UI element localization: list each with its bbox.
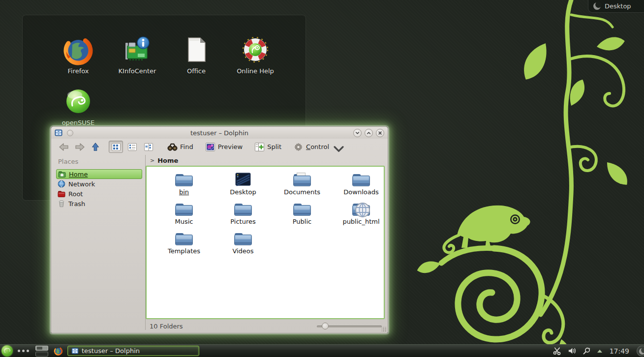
volume-speaker-icon[interactable]: [568, 347, 576, 355]
breadcrumb: > Home: [146, 155, 388, 166]
folder-item-videos[interactable]: Videos: [215, 231, 271, 260]
control-button[interactable]: Control: [293, 141, 344, 153]
virtual-desktop-pager[interactable]: [35, 346, 48, 357]
kickoff-launcher-button[interactable]: [1, 345, 13, 357]
folder-item-public-html[interactable]: public_html: [334, 201, 385, 231]
find-button[interactable]: Find: [167, 143, 193, 151]
lifebuoy-icon: [240, 34, 271, 65]
split-button[interactable]: Split: [254, 143, 281, 151]
dolphin-window: testuser – Dolphin Find Preview Split: [51, 126, 388, 333]
main-toolbar: Find Preview Split Control: [51, 139, 388, 155]
place-item-home[interactable]: Home: [56, 169, 142, 179]
chevron-up-icon: [367, 131, 371, 135]
panel-cashew-button[interactable]: [637, 346, 644, 357]
split-icon: [254, 143, 265, 151]
folder-view[interactable]: bin Desktop Documents Downloads Music: [146, 166, 385, 319]
documents-folder-icon: [293, 172, 311, 187]
window-title: testuser – Dolphin: [51, 129, 388, 137]
home-folder-icon: [58, 170, 66, 178]
zoom-slider[interactable]: [317, 323, 382, 329]
forward-button[interactable]: [73, 141, 86, 153]
back-button[interactable]: [58, 141, 70, 153]
gear-icon: [293, 143, 304, 151]
place-label: Home: [69, 171, 88, 178]
zoom-slider-handle[interactable]: [322, 323, 329, 329]
desktop-icon-online-help[interactable]: Online Help: [228, 34, 282, 75]
place-item-network[interactable]: Network: [56, 179, 142, 189]
place-label: Network: [68, 180, 95, 188]
cashew-icon: [593, 2, 601, 10]
view-mode-group: [109, 141, 155, 153]
up-button[interactable]: [89, 141, 102, 153]
clock[interactable]: 17:49: [610, 347, 629, 355]
globe-emblem-icon: [353, 202, 372, 218]
control-label: Control: [306, 143, 329, 150]
details-view-button[interactable]: [125, 141, 139, 153]
pager-desktop-1[interactable]: [35, 346, 48, 351]
klipper-scissors-icon[interactable]: [553, 347, 561, 355]
task-button-dolphin[interactable]: testuser – Dolphin: [67, 346, 199, 356]
status-summary: 10 Folders: [150, 323, 183, 330]
folder-icon: [234, 201, 252, 217]
desktop-icon-label: openSUSE: [51, 119, 105, 126]
columns-view-icon: [144, 143, 153, 151]
desktop-icon-firefox[interactable]: Firefox: [51, 34, 105, 75]
minimize-button[interactable]: [353, 129, 362, 137]
place-item-root[interactable]: Root: [56, 189, 142, 199]
folder-label: Desktop: [230, 188, 256, 196]
folder-icon: [234, 231, 252, 246]
resize-grip[interactable]: [382, 327, 387, 332]
folder-label: Music: [175, 218, 193, 225]
chevron-down-icon: [334, 145, 344, 153]
maximize-button[interactable]: [365, 129, 373, 137]
window-menu-button[interactable]: [67, 130, 73, 136]
place-item-trash[interactable]: Trash: [56, 199, 142, 208]
desktop-icon-opensuse[interactable]: openSUSE: [51, 86, 105, 126]
window-content: Places Home Network Root Trash > Home: [51, 155, 388, 333]
device-notifier-icon[interactable]: [583, 347, 591, 355]
folder-item-public[interactable]: Public: [275, 201, 330, 231]
desktop-toolbox[interactable]: Desktop: [588, 0, 644, 13]
close-button[interactable]: [376, 129, 384, 137]
place-label: Root: [68, 190, 83, 198]
preview-label: Preview: [218, 143, 243, 150]
desktop-icon-label: Online Help: [228, 67, 282, 75]
folder-item-pictures[interactable]: Pictures: [215, 201, 271, 231]
desktop-icon-office[interactable]: Office: [169, 34, 223, 75]
tray-expand-arrow-icon[interactable]: [597, 350, 602, 353]
desktop-icon-kinfocenter[interactable]: KInfoCenter: [110, 34, 164, 75]
folder-icon: [293, 201, 311, 217]
folder-item-templates[interactable]: Templates: [156, 231, 212, 260]
titlebar[interactable]: testuser – Dolphin: [51, 127, 388, 139]
icons-view-icon: [112, 143, 121, 151]
firefox-launcher-icon[interactable]: [54, 346, 63, 356]
columns-view-button[interactable]: [141, 141, 155, 153]
folder-icon: [175, 231, 193, 246]
chevron-down-icon: [355, 131, 360, 135]
arrow-up-icon: [90, 142, 101, 152]
folder-item-desktop[interactable]: Desktop: [215, 172, 271, 201]
folder-item-bin[interactable]: bin: [156, 172, 212, 201]
folder-label: Pictures: [230, 218, 255, 225]
pager-desktop-2[interactable]: [35, 352, 48, 357]
split-label: Split: [267, 143, 281, 150]
binoculars-icon: [167, 143, 178, 151]
arrow-right-icon: [74, 142, 85, 152]
icons-view-button[interactable]: [109, 141, 123, 153]
breadcrumb-home[interactable]: Home: [157, 157, 178, 164]
browser-column: > Home bin Desktop Documents D: [146, 155, 388, 333]
breadcrumb-chevron: >: [150, 157, 154, 164]
folder-item-downloads[interactable]: Downloads: [334, 172, 385, 201]
preview-icon: [205, 143, 215, 151]
activity-dots-button[interactable]: [18, 350, 29, 352]
folder-item-music[interactable]: Music: [156, 201, 212, 231]
close-icon: [378, 131, 382, 135]
folder-label: Templates: [168, 247, 200, 255]
dolphin-app-icon: [55, 129, 62, 137]
folder-label: bin: [179, 188, 189, 196]
preview-button[interactable]: Preview: [205, 143, 243, 151]
folder-item-documents[interactable]: Documents: [275, 172, 330, 201]
folder-icon: [175, 172, 193, 187]
trash-icon: [58, 200, 65, 208]
folder-label: Public: [293, 218, 311, 225]
